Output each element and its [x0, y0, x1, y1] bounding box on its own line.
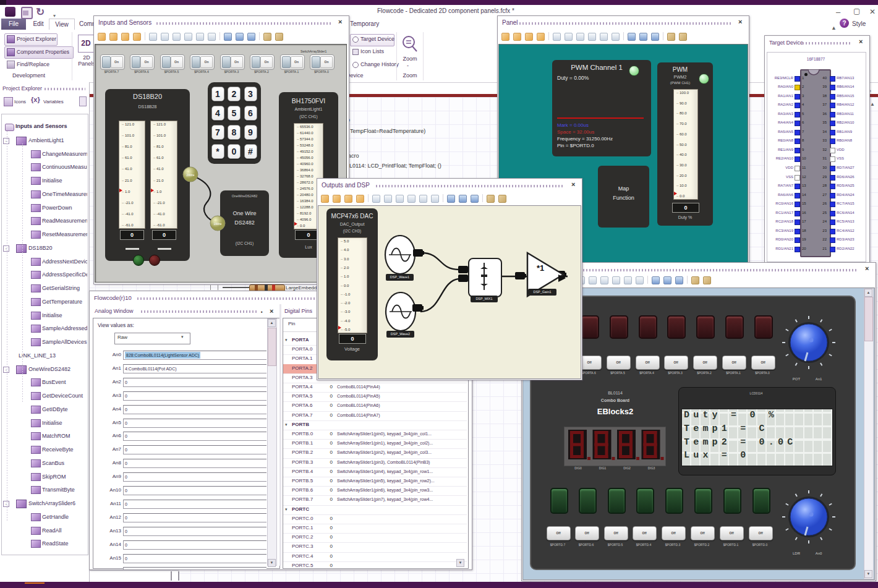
svg-text:*1: *1: [537, 263, 544, 273]
svg-text:1Wire: 1Wire: [213, 222, 221, 226]
svg-text:2Wire: 2Wire: [186, 173, 194, 177]
